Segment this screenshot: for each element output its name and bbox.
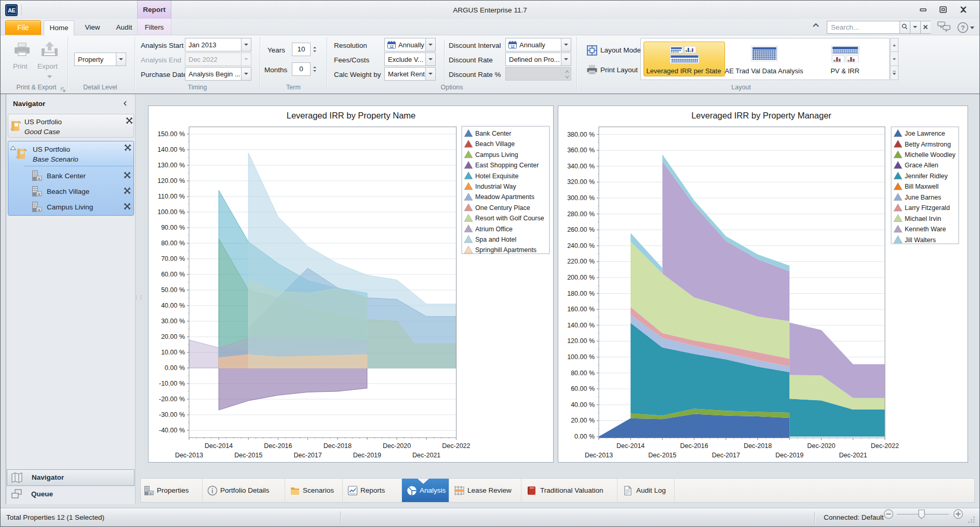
svg-text:Leveraged IRR by Property Mana: Leveraged IRR by Property Manager: [691, 111, 831, 120]
svg-text:Dec-2017: Dec-2017: [712, 452, 740, 459]
svg-text:90.00 %: 90.00 %: [161, 224, 185, 231]
svg-text:100.00 %: 100.00 %: [157, 208, 185, 216]
svg-text:30.00 %: 30.00 %: [161, 318, 185, 325]
svg-text:Bill Maxwell: Bill Maxwell: [905, 183, 938, 190]
svg-text:Jill Walters: Jill Walters: [905, 236, 936, 244]
svg-text:12: 12: [511, 45, 515, 48]
svg-text:-20.00 %: -20.00 %: [159, 396, 185, 403]
svg-text:60.00 %: 60.00 %: [161, 271, 185, 278]
svg-text:220.00 %: 220.00 %: [567, 258, 595, 265]
svg-text:320.00 %: 320.00 %: [567, 178, 595, 186]
svg-text:Dec-2013: Dec-2013: [585, 452, 613, 459]
svg-text:130.00 %: 130.00 %: [157, 162, 185, 169]
svg-text:12: 12: [390, 45, 394, 48]
svg-text:Dec-2014: Dec-2014: [205, 442, 233, 450]
svg-text:140.00 %: 140.00 %: [567, 322, 595, 329]
svg-text:80.00 %: 80.00 %: [571, 370, 595, 377]
svg-text:70.00 %: 70.00 %: [161, 255, 185, 262]
svg-text:Dec-2014: Dec-2014: [616, 442, 645, 450]
svg-text:Bank Center: Bank Center: [475, 130, 511, 137]
svg-text:Atrium Office: Atrium Office: [475, 226, 513, 233]
svg-text:Dec-2019: Dec-2019: [775, 452, 803, 459]
svg-text:110.00 %: 110.00 %: [158, 193, 185, 200]
svg-text:20.00 %: 20.00 %: [161, 333, 185, 340]
svg-text:Resort with Golf Course: Resort with Golf Course: [475, 215, 544, 222]
svg-text:Dec-2022: Dec-2022: [871, 442, 899, 450]
svg-text:Dec-2013: Dec-2013: [175, 452, 203, 459]
svg-text:280.00 %: 280.00 %: [567, 210, 595, 218]
svg-text:Dec-2018: Dec-2018: [744, 442, 772, 450]
svg-text:50.00 %: 50.00 %: [161, 286, 185, 294]
svg-text:Michael Irvin: Michael Irvin: [905, 215, 941, 222]
svg-text:East Shopping Center: East Shopping Center: [475, 162, 539, 169]
svg-text:Dec-2021: Dec-2021: [839, 452, 867, 459]
svg-text:380.00 %: 380.00 %: [567, 131, 595, 138]
svg-text:20.00 %: 20.00 %: [571, 417, 595, 424]
svg-text:Grace Allen: Grace Allen: [905, 162, 938, 169]
svg-text:Betty Armstrong: Betty Armstrong: [905, 141, 951, 148]
svg-text:Industrial Way: Industrial Way: [475, 183, 516, 190]
svg-text:Dec-2015: Dec-2015: [234, 452, 262, 459]
svg-text:June Barnes: June Barnes: [905, 194, 941, 201]
svg-text:80.00 %: 80.00 %: [161, 240, 185, 247]
svg-text:Jennifer Ridley: Jennifer Ridley: [905, 173, 948, 180]
svg-text:Hotel Exquisite: Hotel Exquisite: [475, 173, 518, 180]
svg-text:360.00 %: 360.00 %: [567, 147, 595, 154]
svg-text:Dec-2016: Dec-2016: [264, 442, 292, 450]
svg-text:Spa and Hotel: Spa and Hotel: [475, 236, 516, 243]
svg-text:One Century Place: One Century Place: [475, 204, 530, 212]
svg-text:60.00 %: 60.00 %: [571, 385, 595, 392]
svg-text:?: ?: [961, 24, 965, 32]
svg-text:Kenneth Ware: Kenneth Ware: [905, 226, 946, 233]
svg-text:200.00 %: 200.00 %: [567, 274, 595, 281]
svg-text:Meadow Apartments: Meadow Apartments: [475, 193, 534, 201]
svg-text:240.00 %: 240.00 %: [567, 242, 595, 249]
svg-text:40.00 %: 40.00 %: [161, 302, 185, 309]
svg-text:180.00 %: 180.00 %: [567, 290, 595, 297]
svg-text:340.00 %: 340.00 %: [567, 163, 595, 170]
svg-text:Dec-2021: Dec-2021: [412, 452, 440, 459]
svg-text:160.00 %: 160.00 %: [567, 306, 595, 313]
svg-text:120.00 %: 120.00 %: [157, 177, 185, 185]
svg-text:Leveraged IRR by Property Name: Leveraged IRR by Property Name: [287, 111, 416, 120]
svg-text:Larry Fitzgerald: Larry Fitzgerald: [905, 204, 950, 212]
svg-text:-30.00 %: -30.00 %: [159, 411, 185, 418]
svg-text:-40.00 %: -40.00 %: [159, 427, 185, 434]
svg-text:Michelle Woodley: Michelle Woodley: [905, 151, 956, 159]
svg-text:Campus Living: Campus Living: [475, 151, 518, 159]
svg-text:Dec-2022: Dec-2022: [442, 442, 470, 450]
svg-text:Dec-2017: Dec-2017: [293, 452, 321, 459]
svg-text:260.00 %: 260.00 %: [567, 226, 595, 233]
svg-text:150.00 %: 150.00 %: [157, 130, 185, 138]
svg-text:300.00 %: 300.00 %: [567, 194, 595, 202]
svg-text:10.00 %: 10.00 %: [161, 349, 185, 356]
svg-text:100.00 %: 100.00 %: [567, 353, 595, 361]
svg-text:Dec-2016: Dec-2016: [680, 442, 708, 450]
svg-text:Dec-2015: Dec-2015: [648, 452, 676, 459]
svg-text:0.00 %: 0.00 %: [574, 433, 595, 440]
svg-text:Beach Village: Beach Village: [475, 140, 515, 148]
svg-text:Dec-2018: Dec-2018: [324, 442, 352, 450]
svg-text:Dec-2019: Dec-2019: [353, 452, 381, 459]
svg-text:-10.00 %: -10.00 %: [159, 380, 185, 387]
svg-text:40.00 %: 40.00 %: [571, 401, 595, 409]
svg-text:Springhill Apartments: Springhill Apartments: [475, 246, 536, 254]
svg-text:0.00 %: 0.00 %: [165, 364, 185, 372]
svg-text:140.00 %: 140.00 %: [157, 146, 185, 153]
svg-text:Joe Lawrence: Joe Lawrence: [905, 130, 945, 137]
svg-text:Dec-2020: Dec-2020: [383, 442, 411, 450]
svg-text:120.00 %: 120.00 %: [567, 337, 595, 345]
svg-text:Dec-2020: Dec-2020: [807, 442, 835, 450]
